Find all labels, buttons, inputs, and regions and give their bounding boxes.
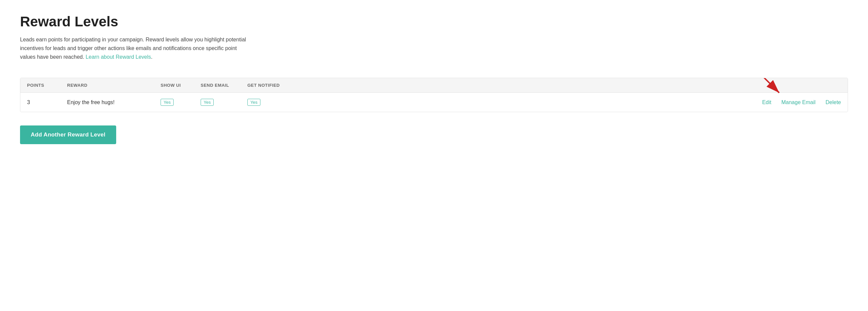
delete-link[interactable]: Delete <box>826 99 841 105</box>
header-show-ui: SHOW UI <box>161 83 200 88</box>
header-send-email: SEND EMAIL <box>200 83 247 88</box>
add-reward-level-button[interactable]: Add Another Reward Level <box>20 125 116 144</box>
reward-row-0: 3 Enjoy the free hugs! Yes Yes Yes Edit … <box>20 93 848 112</box>
send-email-badge: Yes <box>200 99 214 106</box>
header-points: POINTS <box>27 83 67 88</box>
row-reward: Enjoy the free hugs! <box>67 99 161 105</box>
header-actions <box>307 83 841 88</box>
table-row: 3 Enjoy the free hugs! Yes Yes Yes Edit … <box>20 93 848 112</box>
row-actions: Edit Manage Email Delete <box>307 99 841 105</box>
row-send-email: Yes <box>200 99 247 106</box>
page-title: Reward Levels <box>20 13 848 30</box>
edit-link[interactable]: Edit <box>762 99 772 105</box>
row-points: 3 <box>27 99 67 105</box>
row-show-ui: Yes <box>161 99 200 106</box>
row-get-notified: Yes <box>247 99 307 106</box>
learn-more-link[interactable]: Learn about Reward Levels <box>86 54 151 60</box>
header-get-notified: GET NOTIFIED <box>247 83 307 88</box>
header-reward: REWARD <box>67 83 161 88</box>
manage-email-link[interactable]: Manage Email <box>781 99 815 105</box>
show-ui-badge: Yes <box>161 99 174 106</box>
table-header: POINTS REWARD SHOW UI SEND EMAIL GET NOT… <box>20 78 848 93</box>
get-notified-badge: Yes <box>247 99 260 106</box>
reward-levels-table: POINTS REWARD SHOW UI SEND EMAIL GET NOT… <box>20 78 848 112</box>
page-description: Leads earn points for participating in y… <box>20 35 247 61</box>
